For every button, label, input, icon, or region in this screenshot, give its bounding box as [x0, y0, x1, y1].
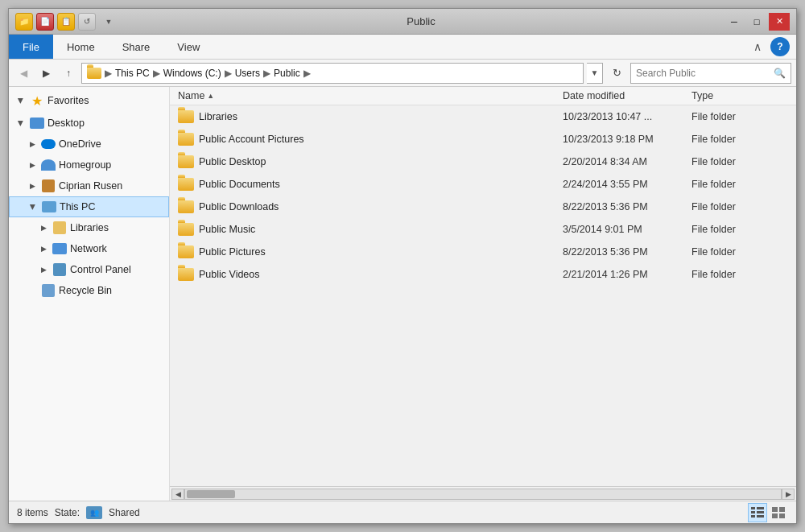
libraries-icon	[52, 221, 67, 235]
ribbon-collapse-btn[interactable]: ∧	[748, 37, 767, 56]
sidebar-item-network[interactable]: ▶ Network	[9, 238, 169, 259]
title-bar: 📁 📄 📋 ↺ ▼ Public ─ □ ✕	[9, 9, 796, 35]
tab-file[interactable]: File	[9, 35, 53, 59]
path-dropdown-btn[interactable]: ▼	[587, 63, 603, 84]
state-label: State:	[55, 507, 80, 518]
undo-btn[interactable]: ↺	[78, 13, 96, 31]
path-part-windows[interactable]: Windows (C:)	[163, 68, 221, 79]
folder-icon	[178, 245, 194, 258]
table-row[interactable]: Public Videos 2/21/2014 1:26 PM File fol…	[170, 263, 796, 286]
title-dropdown-btn[interactable]: ▼	[99, 12, 118, 31]
desktop-label: Desktop	[47, 118, 85, 129]
homegroup-icon	[41, 158, 56, 172]
folder-icon	[178, 200, 194, 213]
column-header-type[interactable]: Type	[691, 90, 788, 101]
sidebar-item-thispc[interactable]: ▶ This PC	[9, 196, 169, 217]
thispc-expand-arrow: ▶	[27, 201, 39, 212]
file-date-cell: 8/22/2013 5:36 PM	[563, 201, 691, 212]
address-bar: ◀ ▶ ↑ ▶ This PC ▶ Windows (C:) ▶ Users ▶…	[9, 60, 796, 87]
file-type-cell: File folder	[691, 246, 788, 258]
network-icon	[52, 241, 67, 256]
quick-access-2[interactable]: 📄	[36, 13, 54, 31]
tab-share[interactable]: Share	[109, 35, 164, 59]
search-icon[interactable]: 🔍	[774, 68, 786, 79]
sidebar-item-desktop[interactable]: ▶ Desktop	[9, 113, 169, 134]
minimize-button[interactable]: ─	[724, 13, 745, 31]
path-part-public[interactable]: Public	[274, 68, 300, 79]
sidebar-item-homegroup[interactable]: ▶ Homegroup	[9, 155, 169, 175]
tab-home[interactable]: Home	[53, 35, 109, 59]
sidebar-item-recyclebin[interactable]: ▶ Recycle Bin	[9, 280, 169, 301]
state-icon: 👥	[86, 506, 102, 519]
close-button[interactable]: ✕	[769, 13, 790, 31]
file-type-cell: File folder	[691, 111, 788, 122]
refresh-button[interactable]: ↻	[606, 63, 627, 84]
table-row[interactable]: Libraries 10/23/2013 10:47 ... File fold…	[170, 105, 796, 128]
sidebar-item-favorites[interactable]: ▶ ★ Favorites	[9, 90, 169, 111]
explorer-window: 📁 📄 📋 ↺ ▼ Public ─ □ ✕ File Home Share V…	[8, 8, 797, 524]
sidebar: ▶ ★ Favorites ▶ Desktop ▶ OneDrive	[9, 87, 170, 501]
title-bar-left: 📁 📄 📋 ↺ ▼	[15, 12, 118, 31]
quick-access-3[interactable]: 📋	[57, 13, 75, 31]
view-large-icons-btn[interactable]	[769, 503, 788, 522]
status-right	[748, 503, 788, 522]
sidebar-item-onedrive[interactable]: ▶ OneDrive	[9, 134, 169, 155]
svg-rect-0	[751, 507, 755, 509]
tab-view[interactable]: View	[163, 35, 213, 59]
table-row[interactable]: Public Desktop 2/20/2014 8:34 AM File fo…	[170, 151, 796, 173]
file-date-cell: 3/5/2014 9:01 PM	[563, 224, 691, 235]
sidebar-item-ciprian[interactable]: ▶ Ciprian Rusen	[9, 175, 169, 196]
file-area: Name ▲ Date modified Type Libraries 10/2…	[170, 87, 796, 501]
table-row[interactable]: Public Music 3/5/2014 9:01 PM File folde…	[170, 218, 796, 241]
ribbon-tabs: File Home Share View ∧ ?	[9, 35, 796, 59]
column-header-date[interactable]: Date modified	[563, 90, 691, 101]
sidebar-item-libraries[interactable]: ▶ Libraries	[9, 217, 169, 238]
quick-access-1[interactable]: 📁	[15, 13, 33, 31]
folder-icon	[178, 155, 194, 168]
favorites-star-icon: ★	[30, 93, 44, 108]
desktop-expand-arrow: ▶	[15, 118, 27, 129]
search-input[interactable]	[636, 68, 770, 79]
libraries-label: Libraries	[70, 222, 109, 233]
network-expand-arrow: ▶	[38, 243, 49, 254]
svg-rect-7	[779, 507, 785, 512]
address-path[interactable]: ▶ This PC ▶ Windows (C:) ▶ Users ▶ Publi…	[81, 63, 584, 84]
svg-rect-8	[772, 513, 778, 518]
file-type-cell: File folder	[691, 134, 788, 145]
file-date-cell: 2/21/2014 1:26 PM	[563, 269, 691, 280]
thispc-icon	[42, 200, 56, 214]
forward-button[interactable]: ▶	[36, 64, 56, 83]
table-row[interactable]: Public Pictures 8/22/2013 5:36 PM File f…	[170, 241, 796, 263]
file-date-cell: 8/22/2013 5:36 PM	[563, 246, 691, 258]
file-date-cell: 10/23/2013 10:47 ...	[563, 111, 691, 122]
onedrive-icon	[41, 137, 56, 151]
window-title: Public	[118, 15, 724, 27]
svg-rect-4	[757, 511, 764, 513]
file-type-cell: File folder	[691, 179, 788, 190]
scroll-left-btn[interactable]: ◀	[171, 489, 184, 500]
sidebar-item-controlpanel[interactable]: ▶ Control Panel	[9, 259, 169, 280]
file-name-cell: Public Pictures	[178, 245, 563, 258]
back-button[interactable]: ◀	[14, 64, 33, 83]
desktop-icon	[30, 116, 44, 130]
maximize-button[interactable]: □	[746, 13, 767, 31]
horizontal-scrollbar[interactable]	[184, 489, 782, 500]
column-header-name[interactable]: Name ▲	[178, 90, 563, 101]
table-row[interactable]: Public Account Pictures 10/23/2013 9:18 …	[170, 128, 796, 151]
file-rows-container: Libraries 10/23/2013 10:47 ... File fold…	[170, 105, 796, 286]
up-button[interactable]: ↑	[59, 64, 78, 83]
path-part-thispc[interactable]: This PC	[115, 68, 150, 79]
view-details-btn[interactable]	[748, 503, 767, 522]
scrollbar-area: ◀ ▶	[170, 486, 796, 501]
file-type-cell: File folder	[691, 269, 788, 280]
help-button[interactable]: ?	[770, 37, 790, 56]
path-folder-icon	[87, 66, 101, 80]
folder-icon	[178, 133, 194, 146]
scroll-right-btn[interactable]: ▶	[782, 489, 795, 500]
path-part-users[interactable]: Users	[235, 68, 260, 79]
libraries-expand-arrow: ▶	[38, 222, 49, 233]
svg-rect-2	[751, 515, 755, 518]
svg-rect-5	[757, 515, 764, 518]
table-row[interactable]: Public Documents 2/24/2014 3:55 PM File …	[170, 173, 796, 196]
table-row[interactable]: Public Downloads 8/22/2013 5:36 PM File …	[170, 196, 796, 218]
